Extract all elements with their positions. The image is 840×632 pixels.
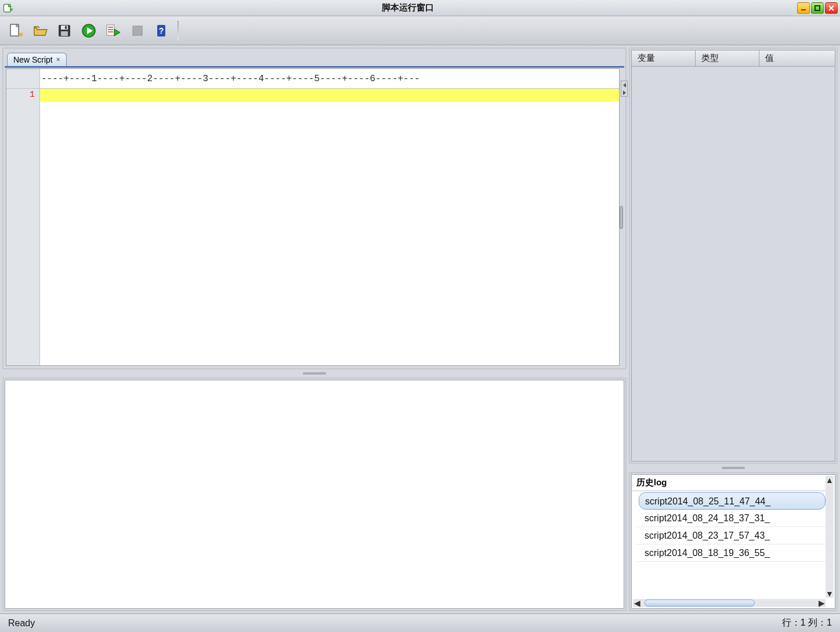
ruler-text: ----+----1----+----2----+----3----+----4… — [40, 69, 619, 88]
scroll-up-icon[interactable]: ▲ — [825, 476, 834, 484]
svg-rect-2 — [815, 6, 820, 10]
toolbar: ✳ ? — [0, 16, 840, 45]
new-script-button[interactable]: ✳ — [6, 21, 26, 41]
svg-rect-10 — [107, 25, 114, 35]
history-log-panel: 历史log script2014_08_25_11_47_44_script20… — [629, 472, 838, 611]
history-log-item[interactable]: script2014_08_18_19_36_55_ — [636, 544, 825, 562]
tab-new-script[interactable]: New Script × — [7, 53, 67, 66]
run-button[interactable] — [79, 21, 99, 41]
titlebar: 脚本运行窗口 — [0, 0, 840, 16]
svg-rect-7 — [61, 31, 68, 36]
svg-text:✳: ✳ — [18, 31, 23, 38]
svg-rect-11 — [133, 26, 142, 35]
window-controls — [797, 2, 838, 14]
window-title: 脚本运行窗口 — [19, 2, 797, 13]
history-log-item[interactable]: script2014_08_25_11_47_44_ — [639, 492, 825, 510]
statusbar: Ready 行：1 列：1 — [0, 613, 840, 632]
history-log-item[interactable]: script2014_08_23_17_57_43_ — [636, 527, 825, 544]
history-log-hscrollbar[interactable]: ◀ ▶ — [633, 599, 825, 607]
gutter-spacer — [6, 69, 40, 88]
status-right: 行：1 列：1 — [782, 617, 832, 629]
editor-scrollbar[interactable] — [620, 68, 623, 366]
variables-col-value[interactable]: 值 — [759, 50, 835, 66]
current-line-highlight — [40, 89, 619, 101]
history-log-vscrollbar[interactable]: ▲ ▼ — [825, 476, 834, 598]
stop-button[interactable] — [128, 21, 147, 41]
left-column: New Script × ----+----1----+----2----+--… — [2, 48, 627, 611]
vertical-split-handle[interactable] — [621, 81, 628, 97]
variables-col-type[interactable]: 类型 — [696, 50, 759, 66]
svg-rect-1 — [801, 9, 806, 10]
maximize-button[interactable] — [811, 2, 824, 14]
tab-close-icon[interactable]: × — [56, 56, 60, 64]
tab-strip — [5, 66, 624, 68]
line-number-gutter: 1 — [6, 89, 40, 365]
variables-col-variable[interactable]: 变量 — [632, 50, 696, 66]
toolbar-separator — [178, 21, 179, 41]
minimize-button[interactable] — [797, 2, 810, 14]
scroll-right-icon[interactable]: ▶ — [817, 599, 825, 607]
editor-panel: New Script × ----+----1----+----2----+--… — [2, 48, 627, 369]
scroll-down-icon[interactable]: ▼ — [825, 590, 834, 598]
main-area: New Script × ----+----1----+----2----+--… — [0, 45, 840, 613]
tabs-row: New Script × — [7, 50, 67, 66]
history-log-title: 历史log — [632, 475, 825, 491]
right-split-handle[interactable] — [629, 466, 838, 470]
right-column: 变量 类型 值 历史log script2014_08_25_11_47_44_… — [629, 48, 838, 611]
svg-rect-6 — [61, 26, 68, 30]
line-number: 1 — [11, 89, 35, 101]
help-button[interactable]: ? — [152, 21, 172, 41]
code-editor[interactable]: ----+----1----+----2----+----3----+----4… — [6, 68, 620, 366]
ruler: ----+----1----+----2----+----3----+----4… — [6, 69, 619, 89]
code-area[interactable]: 1 — [6, 89, 619, 365]
output-panel — [2, 377, 627, 611]
status-left: Ready — [8, 618, 35, 629]
output-area[interactable] — [5, 380, 624, 609]
history-log-list[interactable]: script2014_08_25_11_47_44_script2014_08_… — [636, 492, 825, 598]
hscroll-thumb[interactable] — [645, 600, 755, 606]
variables-header: 变量 类型 值 — [632, 50, 835, 67]
app-icon — [2, 2, 14, 14]
svg-text:?: ? — [159, 26, 164, 35]
save-button[interactable] — [55, 21, 74, 41]
horizontal-split-handle[interactable] — [2, 372, 627, 375]
code-text[interactable] — [40, 89, 619, 365]
variables-panel: 变量 类型 值 — [629, 48, 838, 464]
history-log-item[interactable]: script2014_08_24_18_37_31_ — [636, 510, 825, 527]
scrollbar-thumb[interactable] — [620, 206, 623, 229]
scroll-left-icon[interactable]: ◀ — [633, 599, 641, 607]
tab-label: New Script — [13, 55, 53, 64]
run-config-button[interactable] — [103, 21, 123, 41]
svg-rect-8 — [65, 26, 67, 29]
close-button[interactable] — [825, 2, 838, 14]
open-button[interactable] — [30, 21, 50, 41]
variables-body[interactable] — [632, 67, 835, 461]
